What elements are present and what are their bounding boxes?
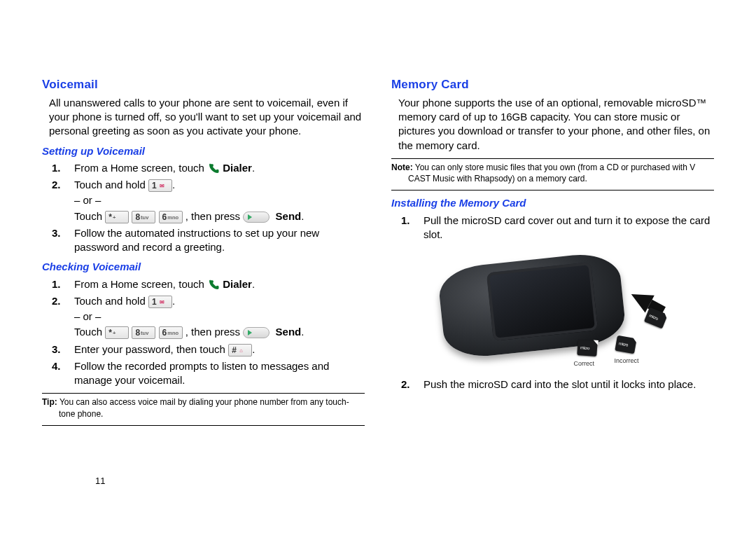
dialer-icon [207, 279, 220, 291]
step-text: Enter your password, then touch [74, 343, 228, 355]
send-label: Send [276, 210, 302, 222]
step-text-alt: Touch [74, 210, 105, 222]
microsd-card-icon: micro [615, 335, 636, 354]
tip-block: Tip: You can also access voice mail by d… [42, 396, 365, 419]
check-step-2: 2. Touch and hold 1 ✉. – or – Touch *+ 8… [67, 294, 365, 340]
dialer-label: Dialer [223, 162, 252, 174]
note-block: Note: You can only store music files tha… [391, 158, 714, 191]
key-1-icon: 1 ✉ [148, 179, 172, 192]
voicemail-heading: Voicemail [42, 77, 365, 93]
step-text: Follow the automated instructions to set… [74, 227, 319, 253]
step-text: Touch and hold [74, 295, 148, 307]
then-press: , then press [186, 326, 244, 338]
key-star-icon: *+ [105, 211, 129, 223]
or-divider: – or – [74, 193, 365, 207]
key-hash-icon: # ⌂ [228, 344, 252, 356]
install-heading: Installing the Memory Card [391, 196, 714, 210]
send-button-icon [243, 212, 270, 223]
memory-card-intro: Your phone supports the use of an option… [391, 96, 714, 153]
step-text: Follow the recorded prompts to listen to… [74, 360, 329, 386]
check-steps: 1. From a Home screen, touch Dialer. 2. … [42, 277, 365, 388]
tip-label: Tip: [42, 397, 57, 407]
key-8-icon: 8tuv [132, 326, 155, 339]
step-text: Touch and hold [74, 179, 148, 191]
check-step-4: 4. Follow the recorded prompts to listen… [67, 359, 365, 388]
microsd-card-icon: micro [643, 307, 667, 329]
key-star-icon: *+ [105, 326, 129, 339]
memory-card-heading: Memory Card [391, 77, 714, 93]
left-column: Voicemail All unanswered calls to your p… [42, 77, 365, 429]
install-step-2: 2. Push the microSD card into the slot u… [416, 378, 714, 392]
step-text: Push the microSD card into the slot unti… [424, 378, 696, 390]
check-step-3: 3. Enter your password, then touch # ⌂. [67, 342, 365, 356]
phone-illustration: micro micro micro Correct Incorrect [434, 246, 672, 372]
send-label: Send [276, 326, 302, 338]
rule [42, 393, 365, 394]
step-text-alt: Touch [74, 326, 105, 338]
step-text: From a Home screen, touch [74, 278, 207, 290]
rule [42, 425, 365, 426]
install-steps-2: 2. Push the microSD card into the slot u… [391, 378, 714, 392]
key-8-icon: 8tuv [132, 211, 155, 223]
key-6-icon: 6mno [159, 211, 183, 223]
dialer-label: Dialer [223, 278, 252, 290]
note-text-row: Note: You can only store music files tha… [391, 162, 714, 184]
dialer-icon [207, 162, 220, 175]
setup-steps: 1. From a Home screen, touch Dialer. 2. … [42, 161, 365, 255]
two-column-layout: Voicemail All unanswered calls to your p… [42, 77, 714, 429]
incorrect-label: Incorrect [615, 356, 639, 365]
setup-step-3: 3. Follow the automated instructions to … [67, 226, 365, 255]
then-press: , then press [186, 210, 244, 222]
correct-label: Correct [574, 359, 595, 368]
send-button-icon [243, 327, 270, 338]
key-1-icon: 1 ✉ [148, 296, 172, 308]
install-steps: 1. Pull the microSD card cover out and t… [391, 214, 714, 242]
check-voicemail-heading: Checking Voicemail [42, 260, 365, 274]
check-step-1: 1. From a Home screen, touch Dialer. [67, 277, 365, 291]
step-text: From a Home screen, touch [74, 162, 207, 174]
note-text: You can only store music files that you … [408, 162, 695, 184]
tip-text: You can also access voice mail by dialin… [57, 397, 349, 418]
microsd-card-icon: micro [577, 340, 597, 356]
manual-page: Voicemail All unanswered calls to your p… [0, 0, 756, 540]
voicemail-intro: All unanswered calls to your phone are s… [42, 96, 365, 139]
setup-step-1: 1. From a Home screen, touch Dialer. [67, 161, 365, 175]
install-step-1: 1. Pull the microSD card cover out and t… [416, 214, 714, 242]
setup-step-2: 2. Touch and hold 1 ✉. – or – Touch *+ 8… [67, 178, 365, 223]
rule [391, 158, 714, 159]
note-label: Note: [391, 162, 413, 172]
rule [391, 190, 714, 191]
page-number: 11 [95, 475, 105, 487]
right-column: Memory Card Your phone supports the use … [391, 77, 714, 429]
or-divider: – or – [74, 310, 365, 324]
phone-body-icon [436, 251, 626, 360]
key-6-icon: 6mno [159, 326, 183, 339]
step-text: Pull the microSD card cover out and turn… [424, 214, 710, 240]
setup-voicemail-heading: Setting up Voicemail [42, 144, 365, 158]
